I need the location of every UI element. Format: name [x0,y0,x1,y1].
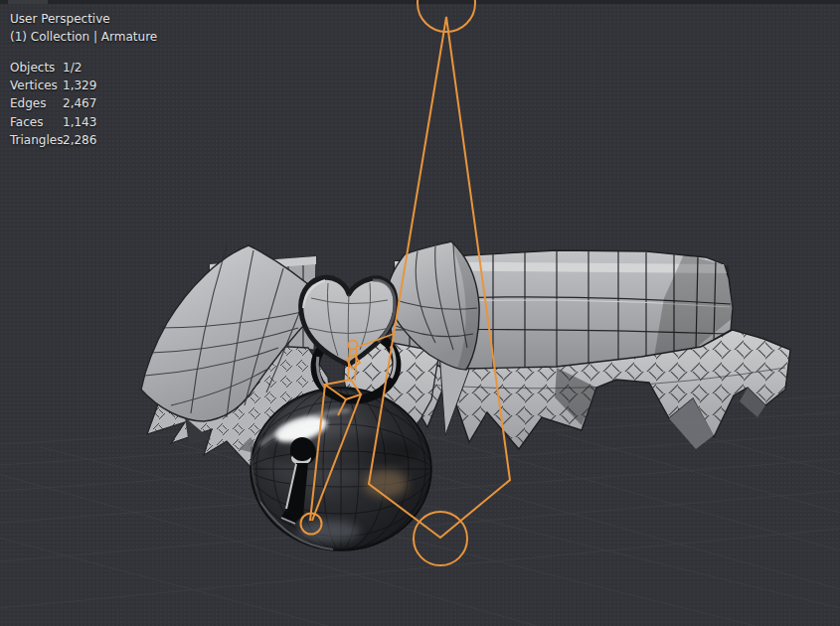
scene-canvas[interactable] [0,0,840,626]
armature-controller-circle-top[interactable] [418,0,475,32]
bell-mesh[interactable] [251,388,431,550]
viewport-top-strip [0,0,840,4]
blender-3d-viewport[interactable]: User Perspective (1) Collection | Armatu… [0,0,840,626]
